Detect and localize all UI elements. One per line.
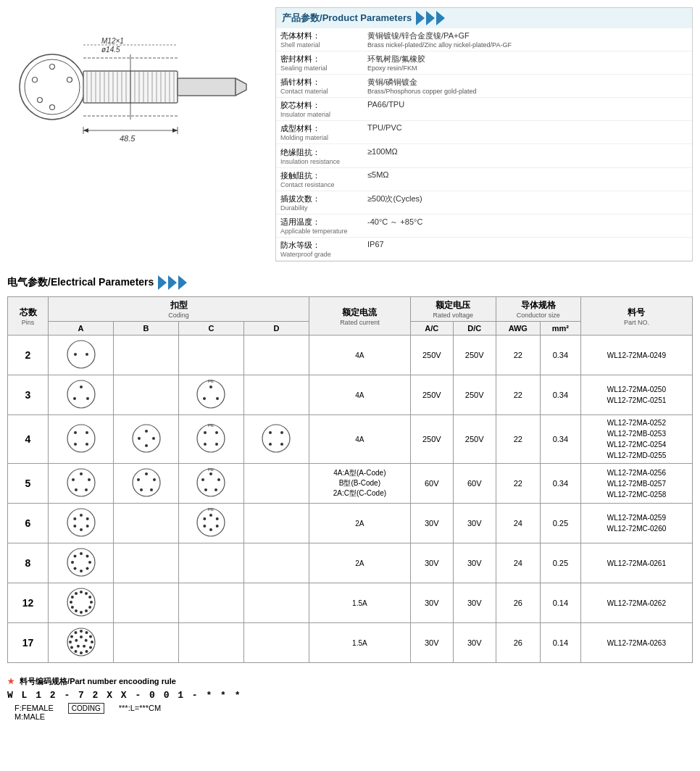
svg-point-5	[67, 78, 72, 83]
svg-point-95	[67, 509, 95, 536]
svg-point-104	[209, 514, 212, 517]
svg-point-97	[86, 517, 88, 520]
cell-mm2: 0.34	[540, 464, 580, 504]
table-row: 3 PE 4A250V250V220.34WL12-72MA-0250WL12-…	[8, 375, 693, 415]
svg-point-53	[203, 397, 206, 400]
param-value-cell: 黄铜镀镍/锌合金度镍/PA+GFBrass nickel-plated/Zinc…	[363, 28, 692, 51]
svg-point-75	[280, 443, 283, 446]
cell-voltage-ac: 250V	[410, 415, 453, 464]
product-params-title: 产品参数/Product Parameters	[282, 12, 412, 25]
param-value-cell: ≥100MΩ	[363, 144, 692, 168]
svg-point-147	[83, 645, 86, 648]
param-label-cell: 适用温度：Applicable temperature	[276, 214, 363, 238]
cell-mm2: 0.34	[540, 375, 580, 415]
cell-coding-c: PE	[179, 464, 244, 504]
product-params-header: 产品参数/Product Parameters	[276, 8, 692, 28]
svg-point-54	[216, 397, 219, 400]
svg-point-67	[204, 431, 207, 434]
cell-coding-d	[243, 415, 309, 464]
svg-point-137	[89, 646, 92, 649]
cell-mm2: 0.14	[540, 583, 580, 623]
cell-part-nos: WL12-72MA-0259WL12-72MC-0260	[580, 504, 692, 543]
cell-coding-b	[114, 504, 179, 543]
cell-coding-a	[49, 464, 114, 504]
cell-rated-current: 1.5A	[309, 583, 410, 623]
cell-awg: 26	[496, 623, 540, 663]
th-awg: AWG	[496, 322, 540, 336]
svg-point-128	[70, 606, 73, 609]
cell-voltage-dc: 30V	[453, 583, 496, 623]
cell-voltage-dc: 30V	[453, 623, 496, 663]
cell-pins: 12	[8, 583, 49, 623]
svg-point-112	[86, 555, 88, 558]
cell-pins: 5	[8, 464, 49, 504]
th-coding: 扣型 Coding	[49, 297, 309, 322]
svg-point-145	[80, 635, 83, 638]
param-label-cell: 成型材料：Molding material	[276, 121, 363, 144]
svg-marker-30	[236, 78, 246, 96]
cell-voltage-ac: 250V	[410, 336, 453, 375]
param-value-cell: PA66/TPU	[363, 98, 692, 121]
table-row: 2 4A250V250V220.34WL12-72MA-0249	[8, 336, 693, 375]
cell-coding-a	[49, 543, 114, 583]
encoding-title: ★ 料号编码规格/Part number encooding rule	[7, 676, 693, 687]
m-label: M:MALE	[14, 712, 54, 721]
cell-mm2: 0.25	[540, 543, 580, 583]
svg-point-84	[153, 478, 156, 481]
param-value-cell: IP67	[363, 238, 692, 261]
cell-coding-d	[243, 543, 309, 583]
svg-point-94	[201, 478, 204, 481]
cell-voltage-ac: 30V	[410, 583, 453, 623]
svg-marker-41	[172, 128, 178, 133]
th-pins: 芯数 Pins	[8, 297, 49, 336]
svg-point-68	[215, 431, 218, 434]
arrow-decoration	[416, 11, 445, 25]
svg-point-58	[74, 443, 77, 446]
param-value-cell: 黄铜/磷铜镀金Brass/Phosphorus copper gold-plat…	[363, 75, 692, 98]
encoding-title-cn: 料号编码规格	[20, 677, 67, 685]
th-code-b: B	[114, 322, 179, 336]
cell-voltage-dc: 30V	[453, 543, 496, 583]
electrical-table: 芯数 Pins 扣型 Coding 额定电流 Rated current 额定电…	[7, 296, 693, 663]
cell-awg: 22	[496, 336, 540, 375]
cell-voltage-dc: 250V	[453, 375, 496, 415]
cell-pins: 4	[8, 415, 49, 464]
svg-point-115	[80, 570, 83, 572]
cell-coding-a	[49, 375, 114, 415]
svg-point-130	[70, 596, 73, 599]
svg-point-123	[90, 601, 93, 604]
cell-coding-c: PE	[179, 504, 244, 543]
cell-voltage-ac: 250V	[410, 375, 453, 415]
svg-point-57	[86, 431, 88, 434]
svg-point-62	[138, 437, 141, 440]
svg-point-48	[73, 397, 76, 400]
svg-point-45	[86, 353, 88, 356]
arrow1	[416, 11, 425, 25]
arrow3	[436, 11, 445, 25]
cell-pins: 8	[8, 543, 49, 583]
svg-point-87	[137, 478, 140, 481]
param-value-cell: ≤5MΩ	[363, 168, 692, 191]
table-row: 5 PE 4A:A型(A-Code) B型(B-Code) 2A:C型(C-Co…	[8, 464, 693, 504]
param-value-cell: TPU/PVC	[363, 121, 692, 144]
cell-coding-d	[243, 375, 309, 415]
cell-awg: 22	[496, 464, 540, 504]
cell-rated-current: 4A:A型(A-Code) B型(B-Code) 2A:C型(C-Code)	[309, 464, 410, 504]
cell-awg: 24	[496, 504, 540, 543]
svg-point-105	[216, 517, 219, 520]
svg-text:PE: PE	[208, 507, 214, 512]
param-value-cell: -40°C ～ +85°C	[363, 214, 692, 238]
cell-part-nos: WL12-72MA-0252WL12-72MB-0253WL12-72MC-02…	[580, 415, 692, 464]
th-conductor: 导体规格 Conductor size	[496, 297, 580, 322]
cell-rated-current: 4A	[309, 415, 410, 464]
svg-point-92	[214, 488, 217, 491]
svg-point-113	[88, 561, 91, 564]
svg-text:PE: PE	[208, 423, 214, 428]
star-icon: ★	[7, 677, 14, 685]
cell-coding-c	[179, 336, 244, 375]
svg-point-102	[197, 509, 225, 536]
svg-point-106	[216, 525, 219, 528]
svg-point-81	[72, 478, 75, 481]
svg-point-121	[85, 592, 88, 595]
cell-mm2: 0.34	[540, 415, 580, 464]
